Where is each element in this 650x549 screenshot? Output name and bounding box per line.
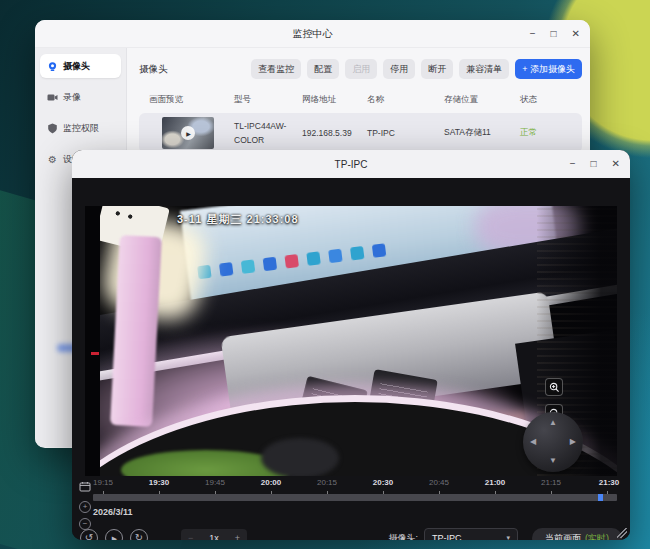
maximize-button[interactable]: □ [591,159,597,169]
tick-label: 20:15 [317,478,337,487]
ptz-zoom-in-button[interactable] [545,378,563,396]
close-button[interactable]: ✕ [612,159,620,169]
header-model: 型号 [234,94,302,106]
sidebar-item-recordings[interactable]: 录像 [40,85,121,109]
timeline-scrubber[interactable] [93,494,617,501]
header-storage: 存储位置 [444,94,520,106]
view-monitor-button[interactable]: 查看监控 [251,59,301,79]
camera-viewer-window: TP-IPC − □ ✕ [72,150,630,540]
minimize-button[interactable]: − [530,29,536,39]
window-title: 监控中心 [293,27,333,41]
chevron-down-icon: ▾ [506,534,510,540]
tick-label: 19:45 [205,478,225,487]
play-icon[interactable]: ▶ [181,126,195,140]
table-header: 画面预览 型号 网络地址 名称 存储位置 状态 [139,90,582,110]
play-button[interactable]: ▶ [105,529,123,540]
shield-icon [47,123,58,134]
tick-label: 21:30 [599,478,619,487]
cell-name: TP-IPC [367,128,444,138]
ptz-dpad: ▲ ▼ ◀ ▶ [523,412,583,472]
calendar-icon[interactable] [79,478,91,496]
timeline-tickmarks [103,491,613,494]
live-badge: (实时) [585,532,609,541]
cell-storage: SATA存储11 [444,127,520,139]
tick-label: 21:15 [541,478,561,487]
tick-label: 20:00 [261,478,281,487]
camera-select-dropdown[interactable]: TP-IPC ▾ [424,528,518,540]
timeline-date: 2026/3/11 [93,507,623,517]
playhead-marker[interactable] [598,494,603,501]
disconnect-button[interactable]: 断开 [421,59,453,79]
tick-label: 21:00 [485,478,505,487]
tick-label: 19:30 [149,478,169,487]
scene-dark-object [261,438,339,476]
camera-viewer-titlebar[interactable]: TP-IPC − □ ✕ [72,150,630,178]
video-timestamp-overlay: 3-11 星期三 21:33:08 [177,212,299,227]
minimize-button[interactable]: − [570,159,576,169]
table-row[interactable]: ▶ TL-IPC44AW- COLOR 192.168.5.39 TP-IPC … [139,113,582,153]
gear-icon: ⚙ [47,154,58,165]
disable-button[interactable]: 停用 [383,59,415,79]
window-controls: − □ ✕ [530,20,580,48]
video-icon [47,92,58,103]
desktop: 监控中心 − □ ✕ 摄像头 录像 [0,0,650,549]
camera-table: 画面预览 型号 网络地址 名称 存储位置 状态 ▶ TL-IPC44AW- [139,90,582,153]
dpad-up-arrow[interactable]: ▲ [549,419,557,427]
transport-bar: ↺ ▶ ↻ − 1x + 摄像头: TP-IPC ▾ 当前画面 (实时) [80,526,622,540]
timeline-labels: 19:15 19:30 19:45 20:00 20:15 20:30 20:4… [93,478,623,490]
header-name: 名称 [367,94,444,106]
header-preview: 画面预览 [149,94,234,106]
tick-label: 19:15 [93,478,113,487]
tick-label: 20:30 [373,478,393,487]
speed-increase-button[interactable]: + [235,533,240,540]
timeline-zoom-in-icon[interactable]: + [79,501,91,513]
camera-select-value: TP-IPC [432,533,462,540]
header-status: 状态 [520,94,582,106]
live-view-button[interactable]: 当前画面 (实时) [532,528,622,540]
tick-label: 20:45 [429,478,449,487]
speed-decrease-button[interactable]: − [188,533,193,540]
skip-back-button[interactable]: ↺ [80,529,98,540]
camera-thumbnail[interactable]: ▶ [162,117,214,149]
scene-red-light [91,352,99,355]
monitor-center-titlebar[interactable]: 监控中心 − □ ✕ [35,20,590,48]
sidebar-item-label: 监控权限 [63,122,99,135]
live-view-label: 当前画面 [545,532,581,541]
speed-value: 1x [209,533,219,540]
dpad-right-arrow[interactable]: ▶ [570,438,576,446]
section-label: 摄像头 [139,63,168,76]
configure-button[interactable]: 配置 [307,59,339,79]
sidebar-item-label: 摄像头 [63,60,90,73]
enable-button: 启用 [345,59,377,79]
cell-ip: 192.168.5.39 [302,128,367,138]
resize-handle[interactable] [617,528,627,538]
close-button[interactable]: ✕ [572,29,580,39]
timeline: 19:15 19:30 19:45 20:00 20:15 20:30 20:4… [93,478,623,517]
window-controls: − □ ✕ [570,150,620,178]
maximize-button[interactable]: □ [551,29,557,39]
dpad-left-arrow[interactable]: ◀ [530,438,536,446]
cell-model: TL-IPC44AW- COLOR [234,119,302,148]
skip-forward-button[interactable]: ↻ [130,529,148,540]
toolbar: 摄像头 查看监控 配置 启用 停用 断开 兼容清单 + 添加摄像头 [139,56,582,82]
sidebar-item-label: 录像 [63,91,81,104]
sidebar-item-cameras[interactable]: 摄像头 [40,54,121,78]
sidebar-item-permissions[interactable]: 监控权限 [40,116,121,140]
dpad-down-arrow[interactable]: ▼ [549,457,557,465]
video-feed: 3-11 星期三 21:33:08 ▲ ▼ ◀ ▶ [85,206,617,476]
status-badge: 正常 [520,127,582,139]
add-camera-button[interactable]: + 添加摄像头 [515,59,582,79]
compatibility-list-button[interactable]: 兼容清单 [459,59,509,79]
timeline-tools: + − [77,478,93,530]
header-network-address: 网络地址 [302,94,367,106]
speed-control: − 1x + [181,529,247,540]
camera-select-label: 摄像头: [388,532,418,541]
window-title: TP-IPC [335,159,368,170]
scene-left-edge [85,206,100,476]
webcam-icon [47,61,58,72]
